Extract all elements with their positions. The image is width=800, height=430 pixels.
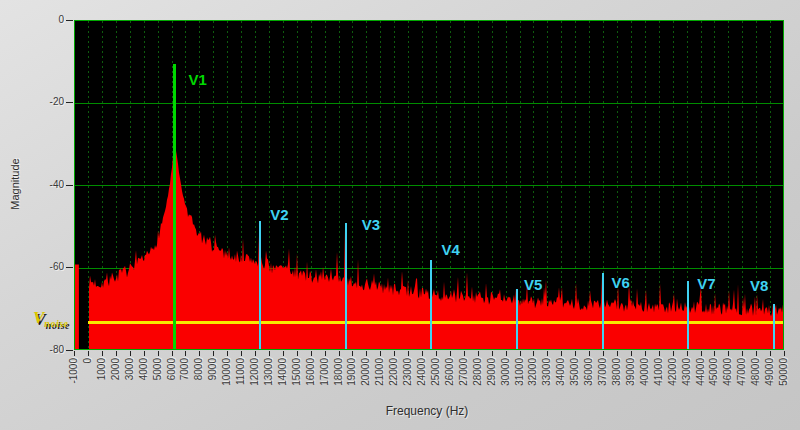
x-tick-label: 40000: [639, 358, 651, 402]
x-tick-mark: [436, 351, 437, 356]
x-tick-label: 41000: [653, 358, 665, 402]
x-tick-label: 34000: [555, 358, 567, 402]
y-tick-label: 0: [32, 14, 64, 26]
x-tick-label: 27000: [458, 358, 470, 402]
y-tick-label: -40: [32, 179, 64, 191]
y-tick-mark: [66, 102, 73, 103]
x-tick-mark: [520, 351, 521, 356]
cursor-line-v4[interactable]: [430, 260, 432, 350]
x-tick-mark: [714, 351, 715, 356]
x-tick-label: 12000: [249, 358, 261, 402]
x-tick-mark: [269, 351, 270, 356]
x-tick-label: 16000: [305, 358, 317, 402]
cursor-line-v2[interactable]: [259, 221, 261, 350]
x-tick-label: 37000: [597, 358, 609, 402]
x-tick-label: 22000: [388, 358, 400, 402]
cursor-label-v7[interactable]: V7: [697, 276, 715, 291]
x-tick-mark: [116, 351, 117, 356]
x-tick-mark: [102, 351, 103, 356]
y-tick-mark: [66, 185, 73, 186]
x-tick-label: 14000: [277, 358, 289, 402]
x-tick-label: 19000: [346, 358, 358, 402]
x-tick-mark: [311, 351, 312, 356]
x-tick-mark: [297, 351, 298, 356]
x-tick-mark: [631, 351, 632, 356]
cursor-line-v7[interactable]: [687, 281, 689, 350]
x-tick-label: 21000: [374, 358, 386, 402]
x-tick-mark: [199, 351, 200, 356]
x-tick-label: 50000: [778, 358, 790, 402]
x-tick-label: 32000: [527, 358, 539, 402]
x-tick-mark: [603, 351, 604, 356]
x-tick-label: 25000: [430, 358, 442, 402]
y-tick-mark: [66, 350, 73, 351]
x-tick-mark: [74, 351, 75, 356]
cursor-label-v2[interactable]: V2: [270, 207, 288, 222]
cursor-label-v8[interactable]: V8: [750, 278, 768, 293]
cursor-line-v5[interactable]: [516, 289, 518, 350]
x-tick-mark: [575, 351, 576, 356]
noise-cursor-line[interactable]: [88, 321, 784, 324]
noise-threshold-label[interactable]: Vnoise: [33, 308, 69, 329]
y-tick-label: -60: [32, 261, 64, 273]
x-tick-mark: [464, 351, 465, 356]
x-tick-label: 4000: [138, 358, 150, 402]
cursor-label-v4[interactable]: V4: [441, 242, 459, 257]
cursor-label-v6[interactable]: V6: [612, 275, 630, 290]
x-tick-label: -1000: [68, 358, 80, 402]
x-tick-label: 10000: [221, 358, 233, 402]
x-tick-mark: [756, 351, 757, 356]
cursor-label-v1[interactable]: V1: [189, 72, 207, 87]
x-tick-label: 26000: [444, 358, 456, 402]
x-tick-mark: [325, 351, 326, 356]
x-tick-label: 23000: [402, 358, 414, 402]
x-tick-mark: [144, 351, 145, 356]
x-tick-mark: [506, 351, 507, 356]
x-tick-label: 46000: [722, 358, 734, 402]
x-tick-mark: [728, 351, 729, 356]
x-tick-mark: [408, 351, 409, 356]
x-tick-label: 35000: [569, 358, 581, 402]
x-tick-mark: [701, 351, 702, 356]
x-tick-mark: [492, 351, 493, 356]
x-tick-label: 33000: [541, 358, 553, 402]
noise-label-v: V: [33, 308, 44, 327]
y-tick-mark: [66, 20, 73, 21]
x-tick-mark: [227, 351, 228, 356]
x-tick-mark: [172, 351, 173, 356]
x-tick-mark: [422, 351, 423, 356]
x-tick-mark: [185, 351, 186, 356]
x-tick-mark: [352, 351, 353, 356]
x-tick-label: 24000: [416, 358, 428, 402]
x-tick-label: 30000: [500, 358, 512, 402]
x-tick-label: 15000: [291, 358, 303, 402]
x-tick-label: 48000: [750, 358, 762, 402]
x-tick-mark: [589, 351, 590, 356]
x-tick-mark: [450, 351, 451, 356]
cursor-line-v1[interactable]: [173, 64, 176, 350]
x-tick-label: 18000: [333, 358, 345, 402]
x-tick-label: 44000: [695, 358, 707, 402]
cursor-line-v6[interactable]: [602, 273, 604, 350]
x-tick-mark: [339, 351, 340, 356]
x-tick-mark: [255, 351, 256, 356]
x-tick-label: 8000: [193, 358, 205, 402]
cursor-line-v3[interactable]: [345, 223, 347, 350]
x-tick-mark: [88, 351, 89, 356]
y-tick-mark: [66, 267, 73, 268]
cursor-label-v5[interactable]: V5: [524, 277, 542, 292]
x-tick-label: 38000: [611, 358, 623, 402]
x-tick-label: 6000: [166, 358, 178, 402]
cursor-line-v8[interactable]: [773, 304, 775, 350]
x-tick-label: 36000: [583, 358, 595, 402]
x-tick-label: 39000: [625, 358, 637, 402]
x-tick-mark: [742, 351, 743, 356]
x-tick-label: 5000: [152, 358, 164, 402]
x-tick-label: 42000: [667, 358, 679, 402]
cursor-label-v3[interactable]: V3: [362, 217, 380, 232]
x-tick-label: 11000: [235, 358, 247, 402]
cursor-layer: V1V2V3V4V5V6V7V8: [75, 21, 783, 349]
x-tick-label: 0: [82, 358, 94, 402]
x-tick-mark: [547, 351, 548, 356]
y-tick-label: -80: [32, 344, 64, 356]
